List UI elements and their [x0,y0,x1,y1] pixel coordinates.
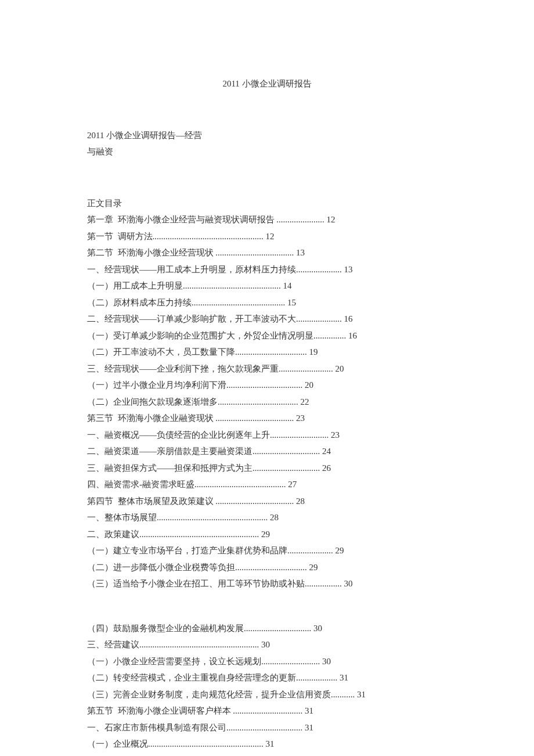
toc-leader: ............................... [244,624,311,633]
toc-entry-page: 30 [259,640,270,649]
toc-leader: ............................... [252,447,320,456]
toc-leader: ........................................… [194,480,286,489]
toc-entry-page: 29 [259,530,270,539]
toc-entry-text: （一）建立专业市场平台，打造产业集群优势和品牌 [87,546,287,555]
toc-entry: 第一节 调研方法................................… [87,228,447,245]
subtitle-line-2: 与融资 [87,143,447,160]
toc-entry: （二）进一步降低小微企业税费等负担.......................… [87,559,447,576]
toc-entry-page: 20 [333,364,344,373]
toc-leader: ........................................… [157,513,268,522]
toc-entry-text: （一）企业概况 [87,739,148,748]
toc-entry-text: 二、经营现状——订单减少影响扩散，开工率波动不大 [87,314,296,323]
toc-entry-page: 30 [320,657,331,666]
toc-entry-page: 31 [337,673,348,682]
toc-entry-text: 一、融资概况——负债经营的企业比例逐年上升 [87,430,270,440]
toc-entry-text: 第三节 环渤海小微企业融资现状 [87,413,215,423]
toc-entry: （三）完善企业财务制度，走向规范化经营，提升企业信用资质........... … [87,686,447,703]
toc-leader: ..................... [296,265,342,274]
toc-entry-text: （三）适当给予小微企业在招工、用工等环节协助或补贴 [87,579,305,588]
toc-entry: （二）开工率波动不大，员工数量下降.......................… [87,344,447,361]
toc-entry-text: 三、经营建议 [87,640,139,649]
toc-entry: （一）受订单减少影响的企业范围扩大，外贸企业情况明显..............… [87,327,447,344]
toc-heading: 正文目录 [87,195,447,212]
toc-leader: ........................................… [139,530,259,539]
document-page: 2011 小微企业调研报告 2011 小微企业调研报告—经营 与融资 正文目录 … [0,0,534,756]
toc-entry-page: 29 [333,546,344,555]
toc-entry-page: 22 [298,397,309,406]
toc-entry-page: 16 [342,314,353,323]
toc-entry-page: 30 [342,579,353,588]
toc-entry: 二、政策建议..................................… [87,526,447,543]
toc-entry-page: 15 [285,298,296,307]
toc-entry-text: 一、石家庄市新伟模具制造有限公司 [87,723,226,732]
toc-entry: 一、经营现状——用工成本上升明显，原材料压力持续................… [87,261,447,278]
toc-leader: ........................................… [148,739,264,748]
toc-entry: 第二节 环渤海小微企业经营现状 ........................… [87,244,447,261]
toc-leader: ........................... [261,657,320,666]
toc-entry: （四）鼓励服务微型企业的金融机构发展......................… [87,620,447,637]
toc-leader: ........... [331,690,355,699]
toc-leader: ........................... [270,430,329,440]
toc-entry-page: 20 [302,380,313,390]
toc-entry-page: 13 [342,265,353,274]
toc-entry-page: 26 [320,463,331,473]
toc-entry-page: 30 [311,624,322,633]
toc-entry: 四、融资需求-融资需求旺盛...........................… [87,476,447,493]
toc-entry: 三、经营建议..................................… [87,636,447,653]
toc-entry: （一）用工成本上升明显.............................… [87,278,447,294]
toc-leader: ................................... [226,380,302,390]
toc-entry-page: 24 [320,447,331,456]
toc-entry-text: 二、融资渠道——亲朋借款是主要融资渠道 [87,447,252,456]
toc-entry: （一）建立专业市场平台，打造产业集群优势和品牌.................… [87,542,447,559]
toc-leader: ................................. [235,563,307,572]
toc-leader: ...................... [276,215,324,224]
toc-leader: ........................................… [192,298,285,307]
toc-entry-text: （二）开工率波动不大，员工数量下降 [87,347,235,357]
toc-leader: ................... [296,673,337,682]
toc-entry: （二）企业间拖欠款现象逐渐增多.........................… [87,394,447,411]
toc-entry: 第三节 环渤海小微企业融资现状 ........................… [87,410,447,427]
toc-leader: .................................... [215,413,294,423]
toc-entry: 第五节 环渤海小微企业调研客户样本 ......................… [87,703,447,719]
toc-leader: ......................... [279,364,333,373]
toc-leader: ............................... [252,463,320,473]
subtitle-line-1: 2011 小微企业调研报告—经营 [87,127,447,144]
toc-entry-text: （二）转变经营模式，企业主重视自身经营理念的更新 [87,673,296,682]
toc-entry-text: （二）企业间拖欠款现象逐渐增多 [87,397,218,406]
toc-leader: ................................... [226,723,302,732]
toc-entry-text: 三、融资担保方式——担保和抵押方式为主 [87,463,252,473]
toc-entry-text: 四、融资需求-融资需求旺盛 [87,480,194,489]
toc-leader: ........................................… [153,232,264,241]
toc-entry-text: 三、经营现状——企业利润下挫，拖欠款现象严重 [87,364,279,373]
toc-entry: 二、融资渠道——亲朋借款是主要融资渠道.....................… [87,443,447,460]
toc-entry-page: 28 [268,513,279,522]
toc-entry: （三）适当给予小微企业在招工、用工等环节协助或补贴...............… [87,575,447,592]
toc-entry: （二）转变经营模式，企业主重视自身经营理念的更新................… [87,669,447,686]
toc-entry-text: （四）鼓励服务微型企业的金融机构发展 [87,624,244,633]
toc-leader: ........................................… [183,281,281,290]
toc-entry: （一）过半小微企业月均净利润下滑........................… [87,377,447,394]
document-subtitle: 2011 小微企业调研报告—经营 与融资 [87,127,447,160]
toc-entry-text: 二、政策建议 [87,530,139,539]
page-title: 2011 小微企业调研报告 [87,75,447,92]
toc-entry: 三、融资担保方式——担保和抵押方式为主.....................… [87,460,447,477]
toc-entry-text: （一）用工成本上升明显 [87,281,183,290]
toc-leader: ..................... [287,546,333,555]
toc-leader: .................................... [215,496,294,506]
toc-entry: 一、整体市场展望................................… [87,509,447,526]
toc-entry-text: （二）进一步降低小微企业税费等负担 [87,563,235,572]
toc-entry: 第一章 环渤海小微企业经营与融资现状调研报告 .................… [87,211,447,228]
toc-entry-text: 一、经营现状——用工成本上升明显，原材料压力持续 [87,265,296,274]
toc-entry-text: 第五节 环渤海小微企业调研客户样本 [87,706,233,715]
toc-entry-text: （一）过半小微企业月均净利润下滑 [87,380,226,390]
toc-leader: ........................................… [139,640,259,649]
toc-entry-text: 第一章 环渤海小微企业经营与融资现状调研报告 [87,215,276,224]
toc-block: （四）鼓励服务微型企业的金融机构发展......................… [87,620,447,757]
toc-entry-page: 31 [302,706,313,715]
toc-entry-text: 一、整体市场展望 [87,513,157,522]
toc-entry-text: （二）原材料成本压力持续 [87,298,192,307]
toc-leader: ................. [305,579,342,588]
toc-leader: .................................... [215,248,294,257]
toc-entry-page: 23 [294,413,305,423]
toc-entry: （二）企业经营状况...............................… [87,753,447,757]
